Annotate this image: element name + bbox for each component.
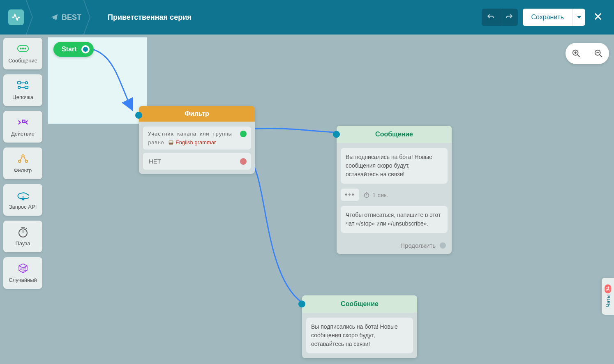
- message-1-title: Сообщение: [337, 126, 452, 143]
- sidebar-label: Случайный: [9, 277, 37, 283]
- sidebar-item-api[interactable]: Запрос API: [3, 184, 42, 216]
- sidebar-item-message[interactable]: Сообщение: [3, 38, 42, 69]
- zoom-controls: [566, 43, 609, 64]
- message-2-text-1: Вы подписались на бота! Новые сообщения …: [306, 318, 413, 353]
- flow-canvas[interactable]: Start Фильтр Участник канала или группы …: [0, 35, 614, 364]
- zoom-out-icon: [594, 49, 603, 58]
- message-1-input-port[interactable]: [333, 131, 340, 138]
- sidebar-item-action[interactable]: Действие: [3, 111, 42, 143]
- svg-rect-3: [169, 141, 173, 142]
- sidebar-item-chain[interactable]: Цепочка: [3, 74, 42, 106]
- svg-line-30: [23, 157, 25, 160]
- sidebar-item-pause[interactable]: Пауза: [3, 221, 42, 252]
- svg-line-9: [577, 55, 580, 57]
- svg-point-16: [20, 48, 21, 49]
- filter-icon: [17, 153, 29, 165]
- sidebar-label: Цепочка: [12, 94, 33, 100]
- svg-point-38: [25, 270, 25, 271]
- sidebar-item-filter[interactable]: Фильтр: [3, 147, 42, 179]
- sidebar-label: Действие: [11, 131, 35, 137]
- continue-label: Продолжить: [400, 242, 436, 249]
- sidebar-label: Сообщение: [8, 58, 37, 64]
- svg-line-35: [26, 228, 27, 229]
- svg-line-13: [600, 55, 602, 57]
- filter-value: English grammar: [168, 139, 216, 145]
- filter-input-port[interactable]: [135, 112, 142, 119]
- history-buttons: [482, 9, 518, 26]
- stopwatch-icon: [363, 191, 370, 198]
- svg-point-21: [25, 82, 28, 84]
- chats-badge: 94: [605, 284, 611, 293]
- bot-name-link[interactable]: BEST: [50, 13, 81, 22]
- undo-button[interactable]: [482, 9, 500, 26]
- sidebar-label: Запрос API: [9, 204, 37, 210]
- save-dropdown[interactable]: [572, 9, 585, 26]
- pause-icon: [17, 226, 29, 238]
- chevron-down-icon: [577, 16, 581, 18]
- save-button-group: Сохранить: [523, 9, 585, 26]
- svg-point-18: [25, 48, 26, 49]
- message-2-input-port[interactable]: [298, 301, 305, 308]
- telegram-icon: [50, 13, 58, 21]
- redo-button[interactable]: [500, 9, 518, 26]
- svg-point-36: [21, 269, 21, 270]
- action-icon: [17, 117, 29, 128]
- undo-icon: [487, 13, 495, 21]
- chats-tab[interactable]: 94 Чаты: [602, 278, 614, 315]
- start-node[interactable]: Start: [53, 42, 94, 57]
- chain-icon: [17, 80, 29, 92]
- filter-condition-yes[interactable]: Участник канала или группы равно English…: [143, 127, 251, 150]
- save-button[interactable]: Сохранить: [523, 9, 572, 26]
- svg-point-28: [25, 160, 28, 163]
- message-1-text-2: Чтобы отписаться, напишите в этот чат «/…: [341, 206, 448, 233]
- sidebar-label: Фильтр: [14, 167, 32, 173]
- sidebar-label: Пауза: [15, 240, 30, 247]
- api-icon: [17, 190, 29, 201]
- filter-yes-port[interactable]: [240, 131, 247, 137]
- redo-icon: [505, 13, 513, 21]
- message-2-title: Сообщение: [302, 295, 417, 313]
- chats-label: Чаты: [605, 295, 611, 307]
- filter-condition-label: Участник канала или группы: [148, 131, 246, 137]
- message-1-output-port[interactable]: [440, 242, 446, 249]
- filter-no-label: НЕТ: [149, 158, 161, 165]
- bot-name-text: BEST: [62, 13, 81, 22]
- filter-node[interactable]: Фильтр Участник канала или группы равно …: [139, 106, 255, 174]
- message-1-footer: Продолжить: [337, 238, 452, 254]
- svg-rect-25: [23, 120, 25, 122]
- filter-condition-no[interactable]: НЕТ: [143, 153, 251, 170]
- start-output-port[interactable]: [81, 45, 90, 53]
- typing-indicator-icon: •••: [341, 189, 359, 201]
- svg-line-29: [20, 157, 22, 160]
- delay-value: 1 сек.: [372, 191, 388, 198]
- message-node-1[interactable]: Сообщение Вы подписались на бота! Новые …: [337, 126, 452, 254]
- channel-icon: [168, 140, 174, 145]
- zoom-out-button[interactable]: [589, 44, 607, 62]
- app-header: BEST Приветственная серия Сохранить: [0, 0, 614, 35]
- app-logo[interactable]: [8, 9, 24, 25]
- svg-point-37: [25, 267, 25, 268]
- breadcrumb-separator: [32, 0, 42, 35]
- close-icon: [593, 12, 602, 21]
- message-node-2[interactable]: Сообщение Вы подписались на бота! Новые …: [302, 295, 417, 358]
- header-left: BEST Приветственная серия: [8, 0, 192, 35]
- message-1-text-1: Вы подписались на бота! Новые сообщения …: [341, 148, 448, 184]
- breadcrumb-separator: [90, 0, 99, 35]
- sidebar-item-random[interactable]: Случайный: [3, 257, 42, 289]
- filter-no-port[interactable]: [240, 158, 247, 165]
- message-1-delay: ••• 1 сек.: [341, 189, 448, 201]
- message-icon: [17, 44, 29, 55]
- header-right: Сохранить: [482, 9, 606, 26]
- flow-title[interactable]: Приветственная серия: [108, 13, 192, 22]
- svg-rect-4: [169, 142, 173, 143]
- svg-point-27: [18, 160, 21, 163]
- svg-rect-19: [17, 82, 20, 84]
- tool-sidebar: Сообщение Цепочка Действие Фильтр Запрос…: [3, 38, 42, 289]
- filter-equals: равно: [148, 139, 164, 145]
- svg-point-17: [22, 48, 23, 49]
- svg-rect-20: [25, 86, 28, 89]
- zoom-in-icon: [572, 49, 581, 58]
- zoom-in-button[interactable]: [567, 44, 585, 62]
- close-button[interactable]: [590, 9, 606, 26]
- start-label: Start: [62, 46, 76, 53]
